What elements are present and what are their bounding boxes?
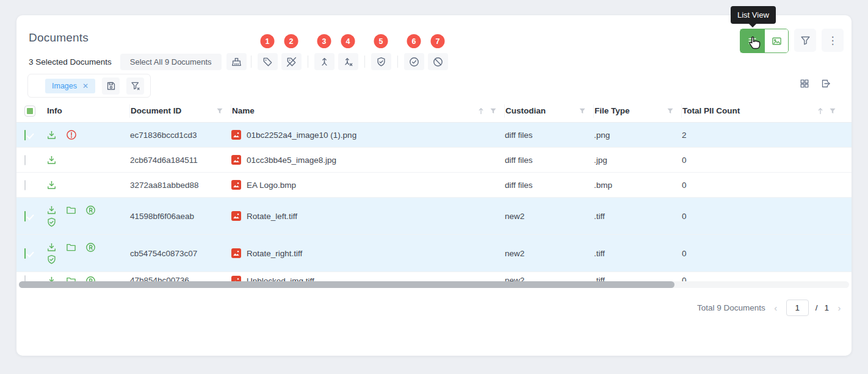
pii-count-cell: 0 xyxy=(682,156,844,165)
name-cell: 01bc2252a4_image10 (1).png xyxy=(231,130,505,140)
more-options-button[interactable]: ⋮ xyxy=(822,29,844,52)
name-cell: Rotate_right.tiff xyxy=(231,248,505,258)
export-icon[interactable] xyxy=(821,79,831,88)
view-toggle-group: List View xyxy=(740,29,789,53)
alert-icon[interactable] xyxy=(66,129,77,140)
download-icon[interactable] xyxy=(46,155,57,165)
folder-icon[interactable] xyxy=(66,205,76,215)
name-cell: 01cc3bb4e5_image8.jpg xyxy=(231,155,505,165)
current-page-input[interactable]: 1 xyxy=(786,300,809,316)
toolbar-divider xyxy=(308,56,308,68)
filter-funnel-icon[interactable] xyxy=(490,107,497,115)
header-document-id: Document ID xyxy=(130,104,231,118)
document-id-cell: 3272aa81abbed88 xyxy=(130,181,231,190)
file-type-cell: .bmp xyxy=(594,181,682,190)
file-name: Rotate_left.tiff xyxy=(247,212,297,221)
info-cell xyxy=(46,180,110,190)
list-view-button[interactable] xyxy=(740,29,764,52)
page-separator: / xyxy=(816,303,818,312)
sort-icon[interactable] xyxy=(816,107,825,115)
list-view-tooltip: List View xyxy=(731,6,776,24)
horizontal-scrollbar[interactable] xyxy=(19,281,849,288)
count-badge-2: 2 xyxy=(284,34,298,48)
tag-action-button[interactable] xyxy=(258,53,278,70)
tag-slash-icon xyxy=(286,57,297,67)
exclude-action-button[interactable] xyxy=(428,53,448,70)
row-checkbox[interactable] xyxy=(24,248,26,259)
chip-close-icon[interactable]: ✕ xyxy=(82,82,89,90)
list-view-icon xyxy=(747,36,758,46)
numbered-actions: 1234567 xyxy=(256,53,450,70)
documents-panel: Documents List View ⋮ 3 Selected Documen… xyxy=(16,15,852,356)
filter-chip-images[interactable]: Images ✕ xyxy=(45,79,95,93)
pii-count-cell: 0 xyxy=(682,181,844,190)
custodian-cell: new2 xyxy=(505,249,594,258)
registered-icon[interactable] xyxy=(85,242,96,253)
pii-count-cell: 0 xyxy=(682,212,844,221)
row-checkbox[interactable] xyxy=(24,211,26,221)
download-icon[interactable] xyxy=(46,130,57,140)
header-select-all xyxy=(24,104,46,118)
filter-funnel-icon[interactable] xyxy=(579,107,586,115)
filter-funnel-icon[interactable] xyxy=(667,107,674,115)
image-file-icon xyxy=(231,180,241,190)
header-checkbox[interactable] xyxy=(24,106,35,117)
image-file-icon xyxy=(231,155,241,165)
clear-filters-button[interactable] xyxy=(126,77,144,95)
file-name: 01cc3bb4e5_image8.jpg xyxy=(247,156,336,165)
shield-check-icon[interactable] xyxy=(46,254,57,265)
approve-action-button[interactable] xyxy=(404,53,424,70)
row-checkbox[interactable] xyxy=(24,155,26,165)
next-page-icon[interactable]: › xyxy=(836,303,843,313)
scrollbar-thumb[interactable] xyxy=(19,281,675,288)
select-all-button[interactable]: Select All 9 Documents xyxy=(120,54,222,70)
table-row[interactable]: ec71836bccd1cd3 01bc2252a4_image10 (1).p… xyxy=(16,123,852,148)
table-row[interactable]: 41598bf6f06aeab Rotate_left.tiff new2 .t… xyxy=(16,198,852,235)
table-row[interactable]: cb54754c0873c07 Rotate_right.tiff new2 .… xyxy=(16,235,852,272)
prev-page-icon[interactable]: ‹ xyxy=(772,303,779,313)
header-info: Info xyxy=(46,104,130,118)
row-checkbox[interactable] xyxy=(24,180,26,190)
download-icon[interactable] xyxy=(46,242,57,253)
save-filter-button[interactable] xyxy=(102,77,120,95)
info-cell xyxy=(46,205,110,228)
filter-funnel-icon[interactable] xyxy=(829,107,836,115)
total-pages-label: 1 xyxy=(824,303,829,312)
table-row[interactable]: 3272aa81abbed88 EA Logo.bmp diff files .… xyxy=(16,173,852,198)
registered-icon[interactable] xyxy=(85,205,96,215)
info-cell xyxy=(46,129,110,140)
unmerge-action-button[interactable] xyxy=(338,53,358,70)
download-icon[interactable] xyxy=(46,180,57,190)
file-type-cell: .tiff xyxy=(594,249,682,258)
header-name: Name xyxy=(231,104,505,118)
funnel-icon xyxy=(800,35,811,46)
count-badge-5: 5 xyxy=(374,34,388,48)
row-checkbox[interactable] xyxy=(24,130,26,140)
header-custodian: Custodian xyxy=(505,104,594,118)
info-cell xyxy=(46,155,110,165)
file-name: EA Logo.bmp xyxy=(247,181,296,190)
verify-action-button[interactable] xyxy=(371,53,391,70)
document-id-cell: 41598bf6f06aeab xyxy=(130,212,231,221)
table-row[interactable]: 2cb674d6a184511 01cc3bb4e5_image8.jpg di… xyxy=(16,148,852,173)
filter-funnel-icon[interactable] xyxy=(216,107,223,115)
sort-icon[interactable] xyxy=(477,107,485,115)
download-icon[interactable] xyxy=(46,205,57,215)
shield-check-icon[interactable] xyxy=(46,217,57,228)
filter-button[interactable] xyxy=(794,29,816,52)
merge-action-button[interactable] xyxy=(314,53,335,70)
table-tools xyxy=(800,79,831,88)
custodian-cell: diff files xyxy=(505,156,594,165)
image-view-icon xyxy=(772,36,782,46)
folder-icon[interactable] xyxy=(66,242,76,253)
image-file-icon xyxy=(231,248,241,258)
custodian-cell: new2 xyxy=(505,212,594,221)
image-view-button[interactable] xyxy=(764,29,788,52)
grid-view-icon[interactable] xyxy=(800,79,809,88)
filter-bar: Images ✕ xyxy=(27,74,151,98)
action-toolbar: 3 Selected Documents Select All 9 Docume… xyxy=(29,53,450,70)
untag-action-button[interactable] xyxy=(281,53,302,70)
document-id-cell: ec71836bccd1cd3 xyxy=(130,131,231,140)
table-body: ec71836bccd1cd3 01bc2252a4_image10 (1).p… xyxy=(16,123,852,287)
clean-button[interactable] xyxy=(226,53,247,70)
